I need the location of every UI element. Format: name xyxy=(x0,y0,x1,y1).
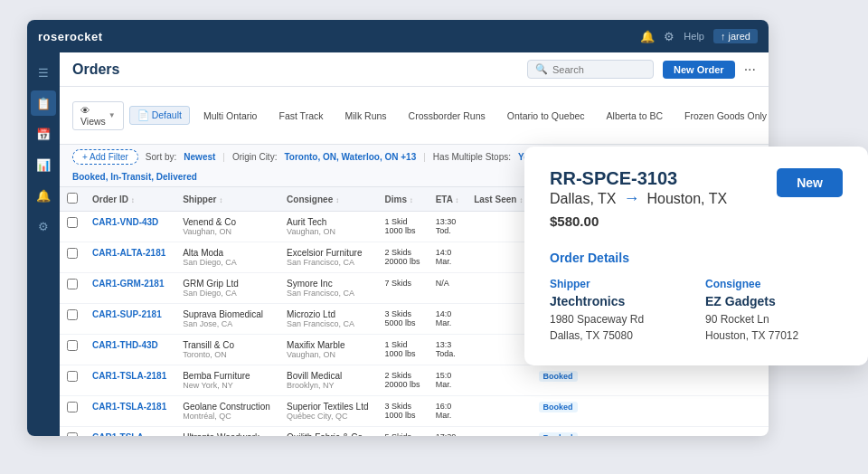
tab-alberta-bc[interactable]: Alberta to BC xyxy=(599,107,671,125)
row-status: Booked xyxy=(532,365,593,396)
row-checkbox-cell[interactable] xyxy=(60,365,85,396)
row-eta: 17:30 xyxy=(429,427,467,437)
col-order-id[interactable]: Order ID ↕ xyxy=(85,187,175,212)
row-eta: 14:0 Mar. xyxy=(429,242,467,273)
sidebar: ☰ 📋 📅 📊 🔔 ⚙ xyxy=(27,52,60,436)
row-type xyxy=(592,427,634,437)
sidebar-item-reports[interactable]: 📊 xyxy=(31,152,56,177)
row-dims: 2 Skids 20000 lbs xyxy=(378,242,429,273)
tab-frozen-goods[interactable]: Frozen Goods Only xyxy=(676,107,769,125)
row-order-id[interactable]: CAR1-VND-43D xyxy=(85,212,175,242)
origin-value[interactable]: Toronto, ON, Waterloo, ON +13 xyxy=(284,152,416,162)
row-order-id[interactable]: CAR1-SUP-2181 xyxy=(85,304,175,335)
shipper-address-line1: 1980 Spaceway Rd xyxy=(550,313,644,326)
row-checkbox-cell[interactable] xyxy=(60,396,85,427)
sidebar-item-settings[interactable]: ⚙ xyxy=(31,213,56,239)
multiple-stops-label: Has Multiple Stops: xyxy=(433,152,511,162)
add-filter-button[interactable]: + Add Filter xyxy=(72,149,138,165)
col-shipper[interactable]: Shipper ↕ xyxy=(175,187,279,212)
row-consignee: Maxifix Marble Vaughan, ON xyxy=(279,335,377,365)
origin-label: Origin City: xyxy=(232,152,277,162)
order-detail-card: RR-SPCE-3103 Dallas, TX → Houston, TX $5… xyxy=(524,147,868,365)
row-order-id[interactable]: CAR1-TSLA-2181 xyxy=(85,396,175,427)
row-order-id[interactable]: CAR1-ALTA-2181 xyxy=(85,242,175,273)
tab-views[interactable]: 👁 Views ▼ xyxy=(72,101,124,130)
col-consignee[interactable]: Consignee ↕ xyxy=(279,187,377,212)
row-last-seen xyxy=(467,304,531,335)
col-eta[interactable]: ETA ↕ xyxy=(429,187,467,212)
tab-milk-runs[interactable]: Milk Runs xyxy=(336,107,394,125)
row-consignee: Excelsior Furniture San Francisco, CA xyxy=(279,242,377,273)
detail-new-button[interactable]: New xyxy=(777,168,843,197)
sidebar-item-orders[interactable]: 📋 xyxy=(31,90,56,116)
row-checkbox-cell[interactable] xyxy=(60,335,85,365)
table-row[interactable]: CAR1-TSLA-2181 Bemba Furniture New York,… xyxy=(60,365,769,396)
row-consignee: Superior Textiles Ltd Québec City, QC xyxy=(279,396,377,427)
row-checkbox-cell[interactable] xyxy=(60,242,85,273)
table-row[interactable]: CAR1-TSLA-2181 Geolane Construction Mont… xyxy=(60,396,769,427)
row-order-id[interactable]: CAR1-GRM-2181 xyxy=(85,273,175,304)
row-shipper: Alta Moda San Diego, CA xyxy=(175,242,279,273)
row-shipper: Venend & Co Vaughan, ON xyxy=(175,212,279,242)
row-order-id[interactable]: CAR1-TSLA- xyxy=(85,427,175,437)
shipper-address: 1980 Spaceway Rd Dallas, TX 75080 xyxy=(550,311,687,344)
user-menu[interactable]: ↑ jared xyxy=(713,29,758,43)
app-logo: roserocket xyxy=(38,30,102,43)
row-dims: 1 Skid 1000 lbs xyxy=(378,212,429,242)
top-nav: roserocket 🔔 ⚙ Help ↑ jared xyxy=(27,20,769,52)
tab-multi-ontario[interactable]: Multi Ontario xyxy=(195,107,266,125)
shipper-address-line2: Dallas, TX 75080 xyxy=(550,329,633,342)
row-action xyxy=(754,427,769,437)
row-checkbox-cell[interactable] xyxy=(60,273,85,304)
page-title: Orders xyxy=(72,62,119,78)
row-origin xyxy=(635,427,683,437)
tab-ontario-quebec[interactable]: Ontario to Quebec xyxy=(499,107,593,125)
settings-icon[interactable]: ⚙ xyxy=(664,30,675,43)
row-dims: 2 Skids 20000 lbs xyxy=(378,365,429,396)
search-input[interactable] xyxy=(552,64,643,75)
row-status: Booked xyxy=(532,427,593,437)
row-last-seen xyxy=(467,212,531,242)
consignee-party: Consignee EZ Gadgets 90 Rocket Ln Housto… xyxy=(705,278,843,344)
tab-crossborder[interactable]: Crossborder Runs xyxy=(401,107,494,125)
sidebar-item-menu[interactable]: ☰ xyxy=(31,60,56,85)
row-destination xyxy=(683,396,754,427)
row-eta: 13:3 Toda. xyxy=(429,335,467,365)
row-action xyxy=(754,365,769,396)
row-checkbox-cell[interactable] xyxy=(60,427,85,437)
sidebar-item-calendar[interactable]: 📅 xyxy=(31,121,56,147)
sort-value[interactable]: Newest xyxy=(184,152,215,162)
sidebar-item-notifications[interactable]: 🔔 xyxy=(31,183,56,208)
row-consignee: Aurit Tech Vaughan, ON xyxy=(279,212,377,242)
col-last-seen[interactable]: Last Seen ↕ xyxy=(467,187,531,212)
consignee-address-line1: 90 Rocket Ln xyxy=(705,313,769,326)
row-dims: 3 Skids 5000 lbs xyxy=(378,304,429,335)
row-last-seen xyxy=(467,242,531,273)
new-order-button[interactable]: New Order xyxy=(663,61,735,79)
bell-icon[interactable]: 🔔 xyxy=(640,30,655,43)
detail-header: RR-SPCE-3103 Dallas, TX → Houston, TX $5… xyxy=(550,168,843,243)
more-options-button[interactable]: ··· xyxy=(744,62,756,78)
row-shipper: Geolane Construction Montréal, QC xyxy=(175,396,279,427)
search-box[interactable]: 🔍 xyxy=(527,60,654,79)
header-bar: Orders 🔍 New Order ··· xyxy=(60,52,769,87)
consignee-address: 90 Rocket Ln Houston, TX 77012 xyxy=(705,311,843,344)
row-order-id[interactable]: CAR1-TSLA-2181 xyxy=(85,365,175,396)
row-order-id[interactable]: CAR1-THD-43D xyxy=(85,335,175,365)
tab-default[interactable]: 📄 Default xyxy=(129,106,190,125)
row-checkbox-cell[interactable] xyxy=(60,304,85,335)
row-type xyxy=(592,396,634,427)
col-dims[interactable]: Dims ↕ xyxy=(378,187,429,212)
row-eta: 14:0 Mar. xyxy=(429,304,467,335)
row-checkbox-cell[interactable] xyxy=(60,212,85,242)
shipper-party: Shipper Jtechtronics 1980 Spaceway Rd Da… xyxy=(550,278,687,344)
row-dims: 7 Skids xyxy=(378,273,429,304)
sort-label: Sort by: xyxy=(146,152,176,162)
status-value[interactable]: Booked, In-Transit, Delivered xyxy=(72,172,197,182)
tab-fast-track[interactable]: Fast Track xyxy=(270,107,331,125)
table-row[interactable]: CAR1-TSLA- Ultrante Woodwork Quilith Fab… xyxy=(60,427,769,437)
chevron-down-icon: ▼ xyxy=(108,111,116,119)
help-link[interactable]: Help xyxy=(684,31,704,42)
row-shipper: Transill & Co Toronto, ON xyxy=(175,335,279,365)
select-all-header[interactable] xyxy=(60,187,85,212)
